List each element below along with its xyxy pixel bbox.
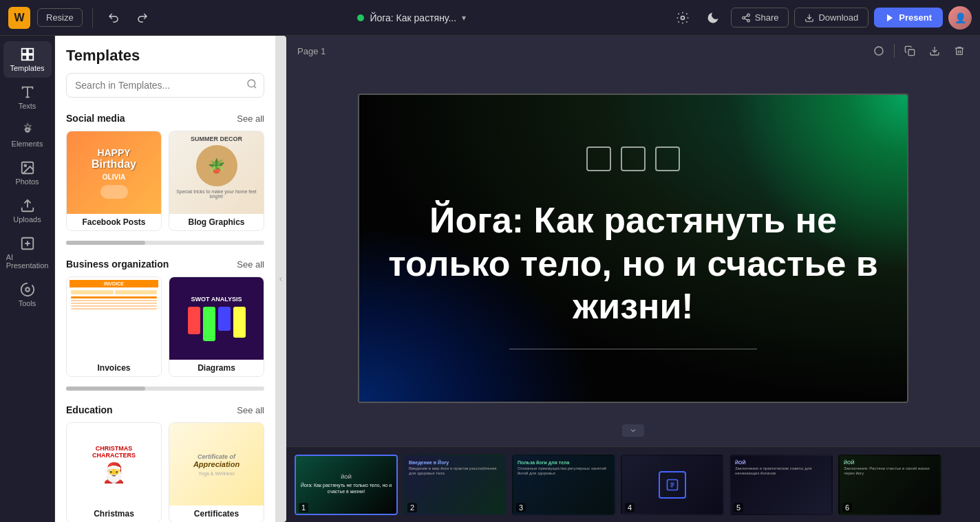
theme-button[interactable] [670,6,695,30]
facebook-posts-thumb: HAPPY Birthday OLIVIA [67,131,161,214]
slide-icon-box-1 [586,146,611,171]
facebook-posts-label: Facebook Posts [67,214,161,230]
svg-rect-10 [21,55,26,60]
thumb-img-5: ЙОЙ Заключение и практические советы для… [729,455,833,515]
education-grid: CHRISTMASCHARACTERS 🎅 Christmas Certific… [66,422,264,522]
topbar-center: Йога: Как растяну... ▾ [160,12,663,23]
education-section: Education See all CHRISTMASCHARACTERS 🎅 … [55,395,275,522]
export-page-button[interactable] [925,41,944,61]
thumbnail-4[interactable]: 4 [621,455,724,515]
education-section-header: Education See all [66,404,264,415]
invoices-thumb: INVOICE [67,277,161,360]
app-logo: W [8,7,30,29]
social-media-section-header: Social media See all [66,113,264,124]
svg-line-5 [745,15,747,17]
canvas-container[interactable]: Йога: Как растянуть не только тело, но и… [286,66,980,437]
redo-button[interactable] [131,7,153,29]
svg-point-19 [25,287,30,292]
thumb-img-3: Польза йоги для тела Основные преимущест… [512,455,615,515]
svg-rect-8 [21,49,26,54]
present-button[interactable]: Present [874,8,943,28]
thumb-number-3: 3 [516,503,526,512]
thumbnail-2[interactable]: Введение в Йогу Введение в мир йоги и пр… [403,455,507,515]
icon-nav: Templates Texts Elements Photos Uploads … [0,36,55,522]
avatar-image: 👤 [948,6,972,30]
social-media-section: Social media See all HAPPY Birthday OLIV… [55,103,275,237]
sidebar-item-uploads[interactable]: Uploads [3,193,52,229]
business-org-see-all[interactable]: See all [237,259,264,270]
education-see-all[interactable]: See all [237,405,264,415]
user-avatar[interactable]: 👤 [948,6,972,30]
thumb-number-1: 1 [299,503,308,512]
sidebar-item-photos[interactable]: Photos [3,155,52,191]
thumb-img-4 [621,455,724,515]
business-org-scrollbar-thumb [66,387,145,391]
title-dropdown-icon[interactable]: ▾ [462,13,466,23]
svg-point-3 [747,19,750,22]
thumb-number-4: 4 [625,503,635,512]
svg-rect-11 [28,55,32,60]
main-area: Templates Texts Elements Photos Uploads … [0,36,980,522]
sidebar-item-tools[interactable]: Tools [3,276,52,313]
sidebar-item-photos-label: Photos [15,177,39,186]
invoices-label: Invoices [67,360,161,376]
document-title[interactable]: Йога: Как растяну... [370,12,456,23]
svg-point-20 [248,80,255,87]
template-card-blog-graphics[interactable]: SUMMER DECOR 🪴 Special tricks to make yo… [169,131,264,231]
slide-canvas: Йога: Как растянуть не только тело, но и… [358,94,908,403]
social-media-scrollbar [66,241,264,245]
sidebar-item-templates[interactable]: Templates [3,41,52,78]
page-circle-button[interactable] [869,41,888,61]
social-media-see-all[interactable]: See all [237,113,264,124]
business-org-section-header: Business organization See all [66,259,264,270]
slide-icon-box-2 [621,146,646,171]
education-title: Education [66,404,113,415]
templates-title: Templates [66,47,264,65]
divider-1 [92,8,93,28]
certificates-label: Certificates [169,505,264,522]
thumbnail-3[interactable]: Польза йоги для тела Основные преимущест… [512,455,615,515]
page-header: Page 1 [286,36,980,66]
share-button[interactable]: Share [731,8,789,28]
undo-button[interactable] [103,7,125,29]
download-button[interactable]: Download [794,8,869,28]
sidebar-item-elements[interactable]: Elements [3,117,52,153]
template-card-invoices[interactable]: INVOICE [66,276,162,377]
collapse-panel-button[interactable] [275,36,286,522]
thumbnail-1[interactable]: ЙОЙ Йога: Как растянуть не только тело, … [295,455,398,515]
sidebar-item-ai-label: AI Presentation [6,253,49,270]
certificates-thumb: Certificate of Appreciation Yoga & Welln… [169,423,264,505]
template-card-facebook-posts[interactable]: HAPPY Birthday OLIVIA Facebook Posts [66,131,162,231]
slide-icon-box-3 [655,146,680,171]
thumbnail-5[interactable]: ЙОЙ Заключение и практические советы для… [729,455,833,515]
resize-button[interactable]: Resize [37,8,83,27]
search-input[interactable] [66,73,264,98]
social-media-title: Social media [66,113,125,124]
svg-point-2 [743,17,745,19]
sidebar-item-texts[interactable]: Texts [3,79,52,116]
christmas-thumb: CHRISTMASCHARACTERS 🎅 [67,423,161,505]
search-icon[interactable] [246,78,257,92]
canvas-area: Page 1 [286,36,980,522]
sidebar-item-templates-label: Templates [10,64,44,72]
slide-divider [509,349,757,349]
svg-point-22 [875,47,883,55]
sidebar-item-ai[interactable]: AI Presentation [3,230,52,275]
template-card-certificates[interactable]: Certificate of Appreciation Yoga & Welln… [169,422,264,522]
template-card-christmas[interactable]: CHRISTMASCHARACTERS 🎅 Christmas [66,422,162,522]
search-box [66,73,264,98]
template-card-diagrams[interactable]: SWOT ANALYSIS Diagrams [169,276,264,377]
svg-line-4 [745,18,747,19]
thumb-number-5: 5 [734,503,743,512]
topbar-right-actions: Share Download Present 👤 [670,6,972,30]
topbar: W Resize Йога: Как растяну... ▾ Share Do… [0,0,980,36]
slide-content: Йога: Как растянуть не только тело, но и… [359,95,907,402]
business-org-section: Business organization See all INVOICE [55,249,275,382]
delete-page-button[interactable] [950,41,969,61]
svg-point-16 [24,164,26,166]
moon-button[interactable] [701,6,725,30]
canvas-collapse-button[interactable] [622,424,644,437]
templates-panel: Templates Social media See all HAPPY Bir… [55,36,275,522]
duplicate-page-button[interactable] [900,41,919,61]
thumbnail-6[interactable]: ЙОЙ Заключение: Растяни счастье в своей … [838,455,941,515]
